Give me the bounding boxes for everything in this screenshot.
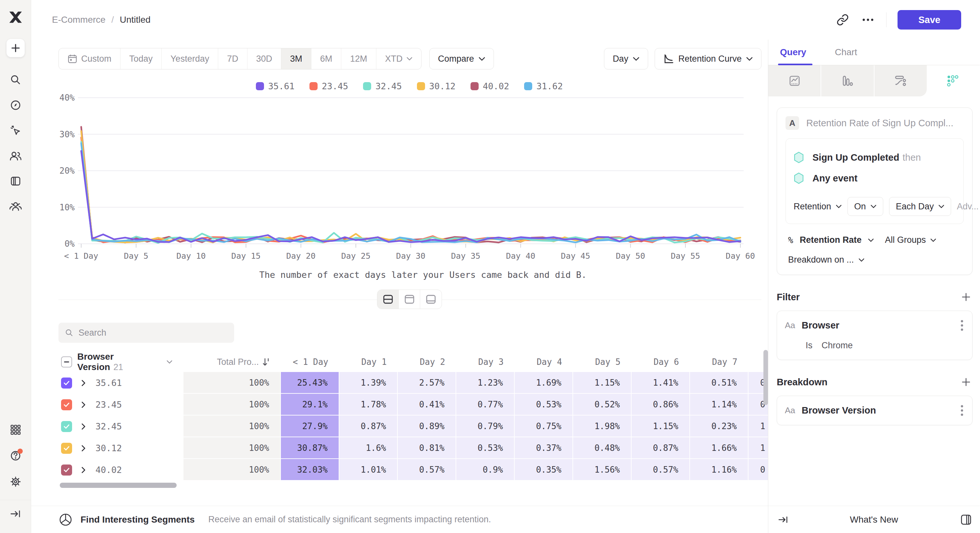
expand-row-icon[interactable] xyxy=(81,423,86,430)
table-column-day-7[interactable]: Day 7 xyxy=(690,352,748,372)
apps-grid-icon[interactable] xyxy=(8,422,23,438)
query-title[interactable]: Retention Rate of Sign Up Compl... xyxy=(806,118,953,128)
compare-button[interactable]: Compare xyxy=(429,48,494,70)
report-type-flows-icon[interactable] xyxy=(875,65,927,97)
legend-item-40.02[interactable]: 40.02 xyxy=(471,81,509,91)
retention-on-dropdown[interactable]: On xyxy=(848,197,883,216)
legend-item-35.61[interactable]: 35.61 xyxy=(256,81,294,91)
event-row-first[interactable]: Sign Up Completedthen xyxy=(794,147,956,168)
layout-chart-bottom-option[interactable] xyxy=(420,290,442,309)
legend-item-23.45[interactable]: 23.45 xyxy=(309,81,348,91)
chart-type-dropdown[interactable]: Retention Curve xyxy=(655,48,762,70)
filter-operator[interactable]: Is xyxy=(806,341,813,351)
date-range-7d[interactable]: 7D xyxy=(218,48,247,69)
series-line-40.02[interactable] xyxy=(81,127,740,243)
settings-gear-icon[interactable] xyxy=(8,474,23,490)
events-cursor-icon[interactable] xyxy=(8,123,23,138)
table-vertical-scrollbar[interactable] xyxy=(764,350,768,405)
table-column--1-day[interactable]: < 1 Day xyxy=(281,352,339,372)
sort-descending-icon[interactable] xyxy=(262,357,270,366)
table-column-day-2[interactable]: Day 2 xyxy=(398,352,456,372)
add-filter-button[interactable] xyxy=(959,290,972,303)
row-checkbox[interactable] xyxy=(61,465,72,476)
filter-value[interactable]: Chrome xyxy=(821,341,853,351)
mixpanel-logo-icon[interactable] xyxy=(8,10,23,25)
cohorts-icon[interactable] xyxy=(8,199,23,214)
retention-type-dropdown[interactable]: Retention xyxy=(794,201,842,212)
layout-chart-top-option[interactable] xyxy=(399,290,420,309)
tab-chart[interactable]: Chart xyxy=(835,40,857,65)
table-column-total[interactable]: Total Pro... xyxy=(183,352,281,372)
row-checkbox[interactable] xyxy=(61,443,72,454)
layout-split-option[interactable] xyxy=(377,290,399,309)
granularity-dropdown[interactable]: Day xyxy=(604,48,648,70)
retention-interval-dropdown[interactable]: Each Day xyxy=(889,197,951,216)
date-range-6m[interactable]: 6M xyxy=(312,48,342,69)
explore-compass-icon[interactable] xyxy=(8,97,23,113)
save-button[interactable]: Save xyxy=(897,10,961,30)
date-range-yesterday[interactable]: Yesterday xyxy=(162,48,218,69)
date-range-custom[interactable]: Custom xyxy=(59,48,121,69)
search-input[interactable] xyxy=(79,328,228,338)
legend-item-31.62[interactable]: 31.62 xyxy=(524,81,563,91)
breakdown-property[interactable]: Browser Version xyxy=(802,405,876,416)
filter-property[interactable]: Browser xyxy=(802,320,839,331)
date-range-12m[interactable]: 12M xyxy=(341,48,376,69)
series-line-35.61[interactable] xyxy=(81,151,740,242)
whats-new-link[interactable]: What's New xyxy=(768,514,980,525)
row-checkbox[interactable] xyxy=(61,399,72,410)
sidebar-collapse-button[interactable] xyxy=(0,500,31,527)
series-line-31.62[interactable] xyxy=(81,143,740,243)
select-all-checkbox[interactable] xyxy=(61,357,72,368)
top-bar: E-Commerce / Untitled Save xyxy=(31,0,980,40)
series-line-30.12[interactable] xyxy=(81,131,740,243)
date-range-xtd[interactable]: XTD xyxy=(376,48,421,69)
breadcrumb-report-title[interactable]: Untitled xyxy=(120,14,151,25)
date-range-3m[interactable]: 3M xyxy=(281,48,312,69)
row-checkbox[interactable] xyxy=(61,421,72,432)
legend-item-30.12[interactable]: 30.12 xyxy=(417,81,456,91)
measure-dropdown[interactable]: % Retention Rate xyxy=(788,235,874,245)
breakdown-card: Aa Browser Version xyxy=(777,396,972,425)
expand-row-icon[interactable] xyxy=(81,445,86,452)
row-checkbox[interactable] xyxy=(61,378,72,389)
x-axis-label: Day 55 xyxy=(671,251,700,261)
expand-row-icon[interactable] xyxy=(81,401,86,408)
breakdown-on-dropdown[interactable]: Breakdown on ... xyxy=(788,255,964,265)
date-range-today[interactable]: Today xyxy=(121,48,162,69)
search-icon[interactable] xyxy=(8,72,23,88)
table-column-day-1[interactable]: Day 1 xyxy=(339,352,398,372)
expand-row-icon[interactable] xyxy=(81,467,86,473)
table-column-day-6[interactable]: Day 6 xyxy=(632,352,690,372)
add-breakdown-button[interactable] xyxy=(959,376,972,389)
advanced-dropdown[interactable]: Adv... xyxy=(957,201,980,212)
create-new-button[interactable] xyxy=(6,39,25,57)
report-type-insights-icon[interactable] xyxy=(768,65,821,97)
series-line-32.45[interactable] xyxy=(81,142,740,243)
users-icon[interactable] xyxy=(8,148,23,163)
boards-icon[interactable] xyxy=(8,173,23,189)
event-row-return[interactable]: Any event xyxy=(794,168,956,189)
table-column-name[interactable]: Browser Version xyxy=(77,352,114,372)
table-column-day-5[interactable]: Day 5 xyxy=(573,352,632,372)
report-type-funnels-icon[interactable] xyxy=(821,65,874,97)
row-label: 30.12 xyxy=(95,443,122,453)
breakdown-menu-icon[interactable] xyxy=(959,404,964,417)
report-type-retention-icon[interactable] xyxy=(927,65,980,97)
table-horizontal-scrollbar[interactable] xyxy=(60,483,177,488)
copy-link-icon[interactable] xyxy=(835,13,850,27)
date-range-30d[interactable]: 30D xyxy=(247,48,282,69)
filter-menu-icon[interactable] xyxy=(959,319,964,332)
expand-row-icon[interactable] xyxy=(81,380,86,386)
table-column-day-3[interactable]: Day 3 xyxy=(456,352,515,372)
tab-query[interactable]: Query xyxy=(780,40,806,65)
legend-item-32.45[interactable]: 32.45 xyxy=(363,81,402,91)
chevron-down-icon[interactable] xyxy=(167,360,172,364)
breadcrumb-project[interactable]: E-Commerce xyxy=(52,14,105,25)
help-icon[interactable] xyxy=(8,448,23,463)
table-column-day-4[interactable]: Day 4 xyxy=(515,352,573,372)
groups-dropdown[interactable]: All Groups xyxy=(885,235,936,245)
find-interesting-segments-link[interactable]: Find Interesting Segments xyxy=(81,514,195,525)
more-options-icon[interactable] xyxy=(861,13,875,27)
series-line-23.45[interactable] xyxy=(81,138,740,243)
